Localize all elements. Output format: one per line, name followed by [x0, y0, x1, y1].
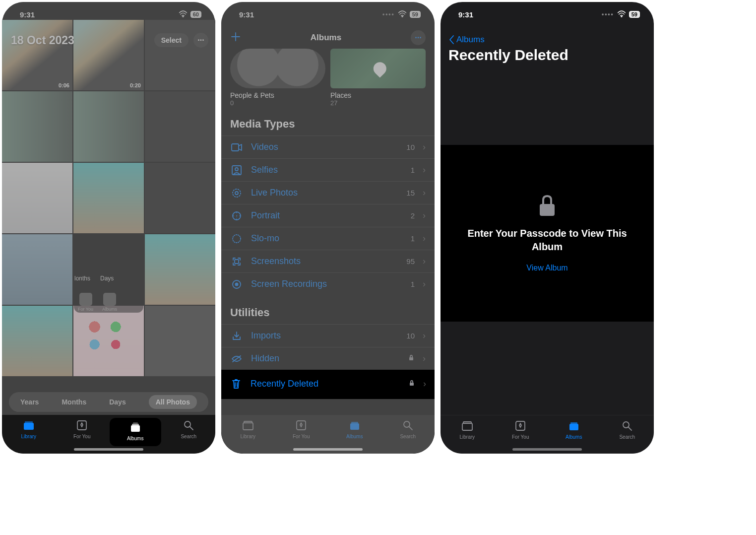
- status-time: 9:31: [458, 10, 473, 19]
- svg-rect-9: [232, 144, 239, 151]
- svg-rect-5: [132, 424, 139, 425]
- svg-rect-3: [77, 421, 86, 430]
- photo-thumb[interactable]: [2, 163, 72, 233]
- section-utilities: Utilities: [221, 295, 435, 324]
- segmented-control[interactable]: Years Months Days All Photos: [9, 392, 208, 412]
- svg-rect-24: [297, 421, 306, 430]
- photo-thumb[interactable]: [145, 91, 215, 162]
- svg-rect-1: [24, 423, 34, 430]
- search-icon: [602, 419, 652, 432]
- row-live-photos[interactable]: Live Photos 15 ›: [221, 181, 435, 204]
- tab-foryou[interactable]: For You: [496, 419, 545, 440]
- wifi-icon: [398, 10, 407, 19]
- more-button[interactable]: ···: [193, 33, 208, 48]
- row-screen-recordings[interactable]: Screen Recordings 1 ›: [221, 272, 435, 295]
- row-screenshots[interactable]: Screenshots 95 ›: [221, 250, 435, 272]
- screen-albums: 9:31 •••• 59 Albums ··· People & Pets 0 …: [221, 2, 435, 454]
- photo-thumb[interactable]: [2, 306, 72, 376]
- row-videos[interactable]: Videos 10 ›: [221, 135, 435, 158]
- tab-foryou[interactable]: For You: [276, 419, 326, 439]
- seg-years[interactable]: Years: [20, 398, 39, 406]
- svg-rect-26: [351, 422, 358, 423]
- status-time: 9:31: [20, 10, 35, 19]
- photo-thumb[interactable]: [2, 91, 72, 162]
- locked-album-panel: Enter Your Passcode to View This Album V…: [441, 145, 654, 322]
- tab-search[interactable]: Search: [383, 419, 433, 439]
- svg-rect-4: [131, 425, 140, 432]
- tab-albums[interactable]: Albums: [330, 419, 379, 439]
- chevron-right-icon: ›: [423, 188, 426, 198]
- chevron-right-icon: ›: [423, 210, 426, 221]
- svg-point-35: [623, 422, 629, 428]
- svg-point-0: [183, 16, 184, 17]
- screenrec-icon: [230, 279, 243, 289]
- row-recently-deleted[interactable]: Recently Deleted ›: [221, 370, 435, 399]
- trash-icon: [230, 378, 243, 389]
- more-button[interactable]: ···: [411, 30, 426, 45]
- photo-thumb[interactable]: [73, 163, 144, 233]
- select-button[interactable]: Select: [154, 33, 189, 47]
- svg-rect-34: [570, 422, 577, 424]
- people-thumb: [230, 49, 325, 88]
- svg-point-8: [402, 16, 403, 17]
- screen-library: 9:31 60 18 Oct 2023 Select ··· 0:06 0:20: [2, 2, 215, 454]
- album-people-pets[interactable]: People & Pets 0: [230, 49, 325, 107]
- tab-foryou[interactable]: For You: [57, 419, 107, 439]
- photo-thumb[interactable]: [73, 91, 144, 162]
- status-bar: 9:31 60: [2, 2, 215, 27]
- home-indicator[interactable]: [74, 448, 143, 451]
- tab-albums[interactable]: Albums: [111, 419, 160, 445]
- svg-rect-17: [235, 260, 239, 264]
- row-slomo[interactable]: Slo-mo 1 ›: [221, 227, 435, 250]
- tab-library[interactable]: Library: [223, 419, 273, 439]
- add-button[interactable]: [230, 30, 241, 46]
- selfie-icon: [230, 165, 243, 175]
- cellular-dots: ••••: [602, 11, 614, 18]
- tab-albums[interactable]: Albums: [549, 419, 599, 440]
- foryou-icon: [57, 419, 107, 432]
- photo-thumb[interactable]: 0:20: [73, 20, 144, 90]
- library-icon: [223, 419, 273, 432]
- photo-thumb[interactable]: [2, 234, 72, 305]
- seg-months[interactable]: Months: [62, 398, 86, 406]
- svg-point-28: [621, 16, 622, 17]
- tab-library[interactable]: Library: [4, 419, 54, 439]
- video-icon: [230, 143, 243, 151]
- photo-thumb[interactable]: [145, 20, 215, 90]
- lock-icon: [538, 194, 557, 220]
- album-places[interactable]: Places 27: [330, 49, 426, 107]
- video-duration: 0:06: [59, 82, 69, 88]
- row-portrait[interactable]: f Portrait 2 ›: [221, 204, 435, 227]
- row-hidden[interactable]: Hidden ›: [221, 347, 435, 370]
- photo-thumb[interactable]: [145, 306, 215, 376]
- foryou-icon: [496, 419, 545, 432]
- chevron-right-icon: ›: [423, 165, 426, 175]
- battery-level: 60: [190, 11, 201, 18]
- seg-days[interactable]: Days: [109, 398, 126, 406]
- photo-thumb[interactable]: [145, 234, 215, 305]
- view-album-button[interactable]: View Album: [526, 264, 567, 272]
- back-button[interactable]: Albums: [448, 35, 646, 45]
- chevron-right-icon: ›: [423, 142, 426, 152]
- photo-thumb[interactable]: 0:06: [2, 20, 72, 90]
- status-time: 9:31: [239, 10, 254, 19]
- home-indicator[interactable]: [512, 448, 582, 451]
- svg-point-11: [235, 168, 238, 171]
- chevron-right-icon: ›: [423, 331, 426, 341]
- tab-search[interactable]: Search: [164, 419, 213, 439]
- row-imports[interactable]: Imports 10 ›: [221, 324, 435, 347]
- home-indicator[interactable]: [293, 448, 363, 451]
- row-selfies[interactable]: Selfies 1 ›: [221, 158, 435, 181]
- wifi-icon: [179, 10, 188, 19]
- seg-all-photos[interactable]: All Photos: [149, 395, 197, 409]
- photo-thumb[interactable]: [145, 163, 215, 233]
- tab-library[interactable]: Library: [442, 419, 492, 440]
- tab-search[interactable]: Search: [602, 419, 652, 440]
- photo-thumb[interactable]: [73, 306, 144, 376]
- screenshot-icon: [230, 257, 243, 267]
- svg-rect-33: [569, 424, 578, 430]
- search-icon: [383, 419, 433, 432]
- svg-rect-31: [463, 422, 471, 423]
- mini-segmented: lonths Days: [74, 275, 114, 282]
- chevron-left-icon: [448, 35, 454, 45]
